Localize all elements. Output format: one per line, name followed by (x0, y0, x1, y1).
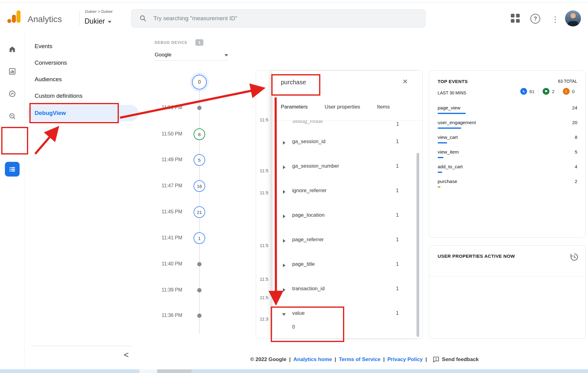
event-name: purchase (438, 179, 457, 184)
sidebar-item-conversions[interactable]: Conversions (35, 59, 67, 66)
device-select[interactable]: Google (155, 49, 228, 61)
errors-icon: ! (563, 88, 570, 95)
top-events-total: 63 TOTAL (558, 79, 577, 84)
param-row[interactable]: ignore_referrer 1 (273, 181, 417, 205)
event-count: 2 (575, 179, 577, 184)
logo-dot (7, 19, 11, 23)
scrollbar[interactable] (417, 153, 419, 337)
grid-square (511, 19, 514, 23)
search-input[interactable] (153, 15, 417, 22)
timeline-current-bubble[interactable]: 0 (192, 75, 207, 89)
event-count: 8 (575, 135, 577, 140)
footer-link-analytics-home[interactable]: Analytics home (293, 356, 332, 363)
account-name: Dukier (85, 17, 105, 25)
logo-bar (17, 10, 21, 23)
errors-counter: ! 0 (559, 88, 579, 95)
occluded-time: 11:5 (260, 276, 268, 282)
timeline-event-bubble[interactable]: 8 (194, 128, 205, 140)
collapse-nav-icon[interactable]: < (124, 350, 129, 360)
timeline-event-bubble[interactable]: 5 (194, 154, 205, 166)
sidebar-item-debugview[interactable]: DebugView (35, 110, 66, 116)
close-icon[interactable]: × (403, 77, 408, 86)
timeline-event-bubble[interactable]: 21 (194, 206, 205, 218)
occluded-time: 11:5 (260, 190, 268, 195)
top-event-row[interactable]: add_to_cart 4 (438, 163, 577, 177)
param-row[interactable]: ga_session_id 1 (273, 132, 417, 156)
advertising-icon[interactable] (8, 112, 16, 120)
timeline-time: 11:45 PM (155, 209, 182, 215)
taskbar-sliver (0, 369, 588, 373)
avatar-head (571, 13, 576, 18)
param-name: page_referrer (292, 237, 324, 243)
user-properties-title: USER PROPERTIES ACTIVE NOW (438, 253, 515, 259)
reports-icon[interactable] (8, 67, 16, 75)
timeline-entry[interactable]: 11:41 PM 1 (155, 232, 222, 244)
grid-square (516, 19, 520, 23)
overflow-menu-icon[interactable]: ⋮ (551, 15, 559, 24)
tab-parameters[interactable]: Parameters (281, 104, 308, 114)
param-row[interactable]: transaction_id 1 (273, 279, 417, 303)
top-event-row[interactable]: view_cart 8 (438, 134, 577, 148)
top-event-row[interactable]: view_item 5 (438, 149, 577, 163)
avatar[interactable] (565, 10, 581, 26)
home-icon[interactable] (8, 45, 16, 53)
param-row[interactable]: page_location 1 (273, 205, 417, 230)
event-name: page_view (438, 105, 460, 111)
param-row-clipped[interactable]: debug_mode 1 (273, 120, 417, 130)
send-feedback-button[interactable]: Send feedback (433, 356, 479, 363)
explore-icon[interactable] (8, 90, 16, 98)
param-row[interactable]: page_referrer 1 (273, 230, 417, 254)
apps-grid-icon[interactable] (511, 14, 520, 23)
analytics-logo-icon[interactable] (7, 10, 21, 23)
timeline-entry[interactable]: 11:51 PM (155, 102, 222, 114)
param-count: 1 (396, 310, 399, 316)
top-event-row[interactable]: page_view 24 (438, 105, 577, 119)
events-icon: ϟ (520, 88, 527, 95)
sidebar-item-audiences[interactable]: Audiences (35, 76, 62, 83)
configure-icon-active[interactable] (5, 162, 20, 177)
timeline-entry[interactable]: 11:39 PM (155, 284, 222, 296)
expand-triangle-icon (283, 215, 285, 218)
events-counter: ϟ 61 (516, 88, 539, 95)
param-row-value-expanded[interactable]: value 1 0 (273, 303, 417, 334)
param-count: 1 (396, 286, 399, 291)
footer-link-privacy[interactable]: Privacy Policy (387, 356, 423, 363)
help-icon[interactable]: ? (530, 14, 540, 24)
timeline-entry[interactable]: 11:50 PM 8 (155, 128, 222, 140)
account-switcher[interactable]: Dukier (85, 17, 111, 25)
timeline-time: 11:36 PM (155, 313, 182, 318)
event-counters: ϟ 61 ⚑ 2 ! 0 (516, 88, 579, 95)
expand-triangle-icon (283, 288, 285, 292)
timeline-event-bubble[interactable]: 1 (194, 232, 205, 244)
param-value: 0 (292, 324, 295, 330)
param-row[interactable]: page_title 1 (273, 254, 417, 279)
timeline-time: 11:39 PM (155, 287, 182, 293)
footer-link-terms[interactable]: Terms of Service (339, 356, 380, 363)
occluded-time: 11:5 (260, 243, 268, 248)
timeline-entry[interactable]: 11:49 PM 5 (155, 154, 222, 166)
breadcrumb[interactable]: Dukier > Dukier (85, 9, 113, 14)
event-count: 4 (575, 164, 577, 169)
top-event-row[interactable]: purchase 2 (438, 178, 577, 192)
tab-items[interactable]: Items (377, 104, 390, 114)
sidebar-item-custom-definitions[interactable]: Custom definitions (35, 93, 82, 99)
param-row[interactable]: ga_session_number 1 (273, 156, 417, 181)
timeline-dot (197, 288, 202, 292)
sidebar-item-events[interactable]: Events (35, 43, 52, 50)
conversions-count: 2 (552, 89, 554, 94)
history-icon[interactable] (569, 252, 579, 261)
grid-square (516, 14, 520, 17)
footer-separator: | (335, 356, 336, 363)
top-event-row[interactable]: user_engagement 20 (438, 119, 577, 133)
timeline-entry[interactable]: 11:40 PM (155, 258, 222, 270)
timeline-event-bubble[interactable]: 16 (194, 180, 205, 192)
timeline-entry[interactable]: 11:45 PM 21 (155, 206, 222, 218)
param-name: ga_session_number (292, 163, 339, 169)
event-bar (438, 186, 440, 188)
search-bar[interactable] (131, 9, 426, 28)
timeline-entry[interactable]: 11:36 PM (155, 310, 222, 322)
tab-user-properties[interactable]: User properties (325, 104, 360, 114)
param-name: value (292, 310, 305, 316)
timeline-entry[interactable]: 11:47 PM 16 (155, 180, 222, 192)
occluded-time: 11:5 (260, 168, 268, 173)
